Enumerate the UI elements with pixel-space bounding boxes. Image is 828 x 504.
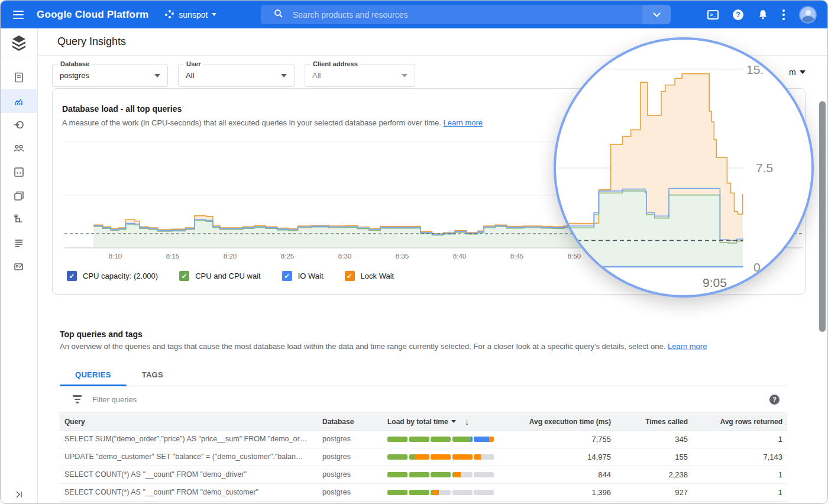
legend-label: IO Wait — [298, 272, 324, 280]
filter-queries-input[interactable] — [92, 395, 769, 404]
client-address-filter-value: All — [312, 71, 321, 80]
tab-label: QUERIES — [75, 370, 111, 379]
column-header[interactable]: Load by total time↓ — [383, 413, 501, 430]
sidebar-item-insights[interactable] — [1, 89, 37, 113]
column-header: Avg rows returned — [693, 413, 787, 430]
search-expand-button[interactable] — [642, 5, 671, 24]
query-text: SELECT COUNT(*) AS "__count" FROM "demo_… — [60, 483, 318, 501]
legend-item: ✓Lock Wait — [345, 271, 394, 281]
table-row[interactable]: SELECT COUNT(*) AS "__count" FROM "demo_… — [60, 466, 787, 483]
load-cell — [383, 448, 501, 466]
avg-execution-cell: 7,755 — [501, 430, 616, 448]
legend-item: ✓CPU capacity: (2.000) — [67, 271, 158, 281]
legend-checkbox[interactable]: ✓ — [179, 271, 189, 281]
column-header: Database — [318, 413, 383, 430]
column-header: Query — [60, 413, 318, 430]
operations-icon — [13, 237, 25, 249]
insights-icon — [13, 95, 25, 107]
client-address-filter[interactable]: Client address All — [305, 64, 415, 87]
x-axis-tick: 8:40 — [453, 253, 466, 260]
times-called-cell: 155 — [616, 448, 693, 466]
load-bar — [387, 454, 494, 460]
lens-axis-label: 9:05 — [703, 276, 727, 289]
x-axis-tick: 8:30 — [338, 253, 351, 260]
product-logo: Google Cloud Platform — [37, 9, 148, 21]
sidebar-item-replicas[interactable] — [1, 208, 37, 231]
sidebar-item-databases[interactable] — [1, 160, 37, 184]
user-filter-value: All — [186, 71, 194, 80]
avg-rows-cell: 1 — [693, 466, 787, 483]
learn-more-link[interactable]: Learn more — [668, 342, 707, 351]
x-axis-tick: 8:15 — [166, 253, 179, 260]
x-axis-tick: 8:50 — [568, 253, 581, 260]
magnifier-lens: 15.7.509:058:50 — [554, 37, 814, 298]
legend-checkbox[interactable]: ✓ — [282, 271, 292, 281]
user-filter[interactable]: User All — [178, 64, 295, 87]
project-selector[interactable]: sunspot — [165, 10, 216, 20]
sidebar-item-backups[interactable] — [1, 184, 37, 208]
queries-section-title: Top queries and tags — [60, 329, 143, 339]
tab-label: TAGS — [142, 370, 163, 379]
avg-execution-cell: 1,396 — [501, 483, 616, 501]
more-options-icon[interactable] — [782, 9, 785, 20]
avg-execution-cell: 844 — [501, 466, 616, 483]
filter-bar: Database postgres User All Client addres… — [52, 64, 415, 87]
notifications-bell-icon[interactable] — [758, 9, 768, 20]
database-filter[interactable]: Database postgres — [52, 64, 168, 87]
replicas-icon — [13, 214, 25, 225]
load-bar — [387, 437, 494, 442]
avg-execution-cell: 14,975 — [501, 448, 616, 466]
avg-rows-cell: 7,143 — [693, 448, 787, 466]
table-row[interactable]: UPDATE "demo_customer" SET "balance" = (… — [60, 448, 787, 466]
chevron-down-icon — [154, 74, 160, 77]
cloud-sql-logo-icon[interactable] — [1, 28, 37, 57]
page-title: Query Insights — [57, 35, 126, 48]
x-axis-tick: 8:10 — [109, 253, 122, 260]
legend-checkbox[interactable]: ✓ — [345, 271, 355, 281]
column-header: Times called — [616, 413, 693, 430]
times-called-cell: 927 — [616, 483, 693, 501]
query-text: SELECT SUM("demo_order"."price") AS "pri… — [60, 430, 318, 448]
times-called-cell: 2,238 — [616, 466, 693, 483]
database-cell: postgres — [318, 448, 383, 466]
sidebar-item-users[interactable] — [1, 137, 37, 160]
table-row[interactable]: SELECT COUNT(*) AS "__count" FROM "demo_… — [60, 483, 787, 501]
chevron-down-icon — [281, 74, 287, 77]
users-icon — [13, 143, 25, 154]
lens-axis-label: 0 — [753, 260, 761, 274]
legend-checkbox[interactable]: ✓ — [67, 271, 77, 281]
queries-section-description: An overview of the queries and tags that… — [60, 342, 707, 351]
app-window: Google Cloud Platform sunspot >_ ? — [0, 0, 828, 504]
table-row[interactable]: SELECT SUM("demo_order"."price") AS "pri… — [60, 430, 787, 448]
search-input[interactable] — [293, 10, 642, 20]
sidebar-item-connections[interactable] — [1, 113, 37, 137]
time-range-selector[interactable]: m — [789, 67, 806, 77]
sidebar-collapse-icon[interactable] — [1, 490, 38, 499]
integrations-icon — [13, 261, 25, 273]
sidebar-item-integrations[interactable] — [1, 255, 37, 279]
global-search — [261, 5, 671, 24]
help-icon[interactable]: ? — [733, 9, 743, 20]
avg-rows-cell: 1 — [693, 483, 787, 501]
lens-axis-label: 7.5 — [756, 161, 773, 175]
menu-icon[interactable] — [13, 11, 24, 19]
x-axis-tick: 8:25 — [281, 253, 294, 260]
connections-icon — [13, 119, 25, 131]
legend-item: ✓CPU and CPU wait — [179, 271, 261, 281]
tab-queries[interactable]: QUERIES — [60, 370, 127, 386]
project-name: sunspot — [179, 10, 208, 20]
scrollbar-thumb[interactable] — [819, 101, 826, 332]
table-help-icon[interactable]: ? — [769, 395, 780, 405]
avatar[interactable] — [799, 6, 817, 24]
filter-icon — [73, 395, 82, 403]
sort-column-label: Load by total time — [387, 418, 448, 426]
load-bar — [387, 472, 494, 477]
load-cell — [383, 466, 501, 483]
cloud-shell-icon[interactable]: >_ — [707, 10, 719, 20]
databases-icon — [13, 166, 25, 178]
tab-tags[interactable]: TAGS — [127, 370, 179, 386]
top-bar: Google Cloud Platform sunspot >_ ? — [1, 1, 827, 28]
sidebar-item-operations[interactable] — [1, 231, 37, 255]
sidebar-item-overview[interactable] — [1, 66, 37, 89]
x-axis-tick: 8:35 — [396, 253, 409, 260]
